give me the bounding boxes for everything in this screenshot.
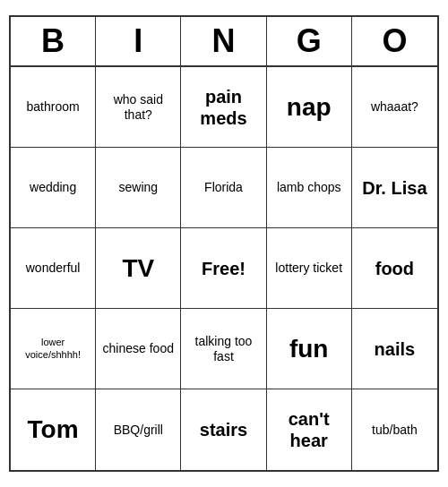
bingo-cell: sewing bbox=[96, 148, 181, 228]
bingo-cell: can't hear bbox=[267, 389, 352, 470]
bingo-cell: who said that? bbox=[96, 67, 181, 148]
header-letter: O bbox=[352, 17, 437, 65]
bingo-cell: talking too fast bbox=[181, 309, 266, 389]
bingo-cell: wedding bbox=[11, 148, 96, 228]
bingo-cell: BBQ/grill bbox=[96, 389, 181, 470]
bingo-cell: TV bbox=[96, 228, 181, 309]
bingo-cell: Dr. Lisa bbox=[352, 148, 437, 228]
bingo-cell: food bbox=[352, 228, 437, 309]
bingo-cell: whaaat? bbox=[352, 67, 437, 148]
bingo-cell: lottery ticket bbox=[267, 228, 352, 309]
bingo-cell: Free! bbox=[181, 228, 266, 309]
bingo-cell: chinese food bbox=[96, 309, 181, 389]
bingo-cell: wonderful bbox=[11, 228, 96, 309]
header-letter: G bbox=[267, 17, 352, 65]
header-letter: N bbox=[181, 17, 266, 65]
bingo-cell: lower voice/shhhh! bbox=[11, 309, 96, 389]
bingo-cell: nails bbox=[352, 309, 437, 389]
bingo-cell: pain meds bbox=[181, 67, 266, 148]
bingo-cell: Florida bbox=[181, 148, 266, 228]
bingo-card: BINGO bathroomwho said that?pain medsnap… bbox=[9, 15, 439, 472]
bingo-header: BINGO bbox=[11, 17, 437, 67]
header-letter: I bbox=[96, 17, 181, 65]
bingo-cell: nap bbox=[267, 67, 352, 148]
bingo-grid: bathroomwho said that?pain medsnapwhaaat… bbox=[11, 67, 437, 470]
bingo-cell: Tom bbox=[11, 389, 96, 470]
bingo-cell: tub/bath bbox=[352, 389, 437, 470]
bingo-cell: bathroom bbox=[11, 67, 96, 148]
bingo-cell: stairs bbox=[181, 389, 266, 470]
bingo-cell: fun bbox=[267, 309, 352, 389]
bingo-cell: lamb chops bbox=[267, 148, 352, 228]
header-letter: B bbox=[11, 17, 96, 65]
